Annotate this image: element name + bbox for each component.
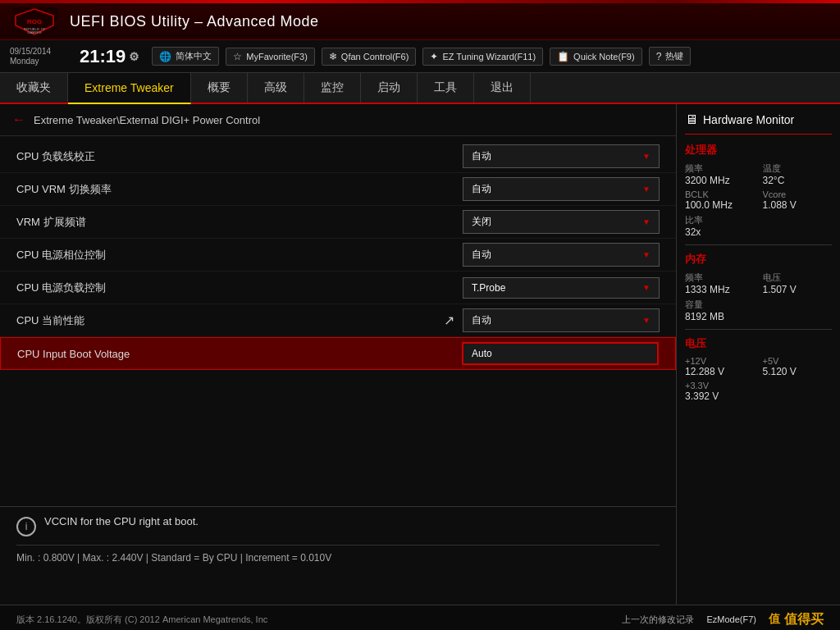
hw-monitor-title: 🖥 Hardware Monitor xyxy=(685,112,832,135)
header-bar: ROG REPUBLIC OF GAMERS UEFI BIOS Utility… xyxy=(0,3,840,40)
info-description: VCCIN for the CPU right at boot. xyxy=(44,515,199,527)
settings-list: CPU 负载线校正 自动 ▼ CPU VRM 切换频率 自动 ▼ xyxy=(0,136,676,506)
dropdown-arrow-1: ▼ xyxy=(642,185,651,194)
tab-advanced[interactable]: 高级 xyxy=(248,73,304,103)
status-bar: 09/15/2014 Monday 21:19 ⚙ 🌐 简体中文 ☆ MyFav… xyxy=(0,40,840,73)
status-items: 🌐 简体中文 ☆ MyFavorite(F3) ❄ Qfan Control(F… xyxy=(152,47,830,66)
tab-boot[interactable]: 启动 xyxy=(361,73,418,103)
proc-bclk: BCLK 100.0 MHz xyxy=(685,189,755,211)
info-icon-row: i VCCIN for the CPU right at boot. xyxy=(16,515,660,536)
back-arrow[interactable]: ← xyxy=(12,112,25,127)
hw-section-memory: 内存 xyxy=(685,252,832,267)
volt-33v: +3.3V 3.392 V xyxy=(685,381,832,402)
cpu-phase-dropdown[interactable]: 自动 ▼ xyxy=(463,243,660,267)
globe-icon: 🌐 xyxy=(159,51,171,62)
brand-area: 值 值得买 xyxy=(769,611,824,628)
language-selector[interactable]: 🌐 简体中文 xyxy=(152,47,219,66)
setting-row-cpu-current-perf: CPU 当前性能 ↗ 自动 ▼ xyxy=(0,304,676,337)
memory-grid: 频率 1333 MHz 电压 1.507 V 容量 8192 MB xyxy=(685,272,832,322)
datetime-area: 09/15/2014 Monday xyxy=(10,47,67,66)
date-display: 09/15/2014 xyxy=(10,47,67,57)
mem-voltage: 电压 1.507 V xyxy=(763,272,833,295)
tab-tools[interactable]: 工具 xyxy=(418,73,474,103)
gear-icon[interactable]: ⚙ xyxy=(129,51,139,62)
time-display: 21:19 ⚙ xyxy=(80,48,139,66)
cpu-phase-control: 自动 ▼ xyxy=(463,243,660,267)
proc-temp: 温度 32°C xyxy=(763,162,833,186)
volt-12v: +12V 12.288 V xyxy=(685,356,755,377)
footer-right: 上一次的修改记录 EzMode(F7) 值 值得买 xyxy=(622,611,824,628)
proc-freq-label: 频率 3200 MHz xyxy=(685,162,755,186)
wand-icon: ✦ xyxy=(430,51,438,62)
processor-grid: 频率 3200 MHz 温度 32°C BCLK 100.0 MHz Vcore… xyxy=(685,162,832,238)
brand-text: 值得买 xyxy=(784,611,824,628)
voltage-grid: +12V 12.288 V +5V 5.120 V +3.3V 3.392 V xyxy=(685,356,832,402)
cpu-input-boot-volt-input[interactable] xyxy=(462,342,659,365)
note-icon: 📋 xyxy=(557,51,569,62)
setting-row-cpu-load-line: CPU 负载线校正 自动 ▼ xyxy=(0,140,676,173)
dropdown-arrow-5: ▼ xyxy=(642,316,651,325)
tab-exit[interactable]: 退出 xyxy=(474,73,531,103)
qfan-btn[interactable]: ❄ Qfan Control(F6) xyxy=(322,48,417,66)
hotkey-btn[interactable]: ? 热键 xyxy=(649,47,692,66)
mem-capacity: 容量 8192 MB xyxy=(685,299,832,322)
mem-freq: 频率 1333 MHz xyxy=(685,272,755,295)
info-area: i VCCIN for the CPU right at boot. Min. … xyxy=(0,506,676,605)
svg-text:GAMERS: GAMERS xyxy=(27,30,42,34)
hw-divider-1 xyxy=(685,244,832,245)
help-icon: ? xyxy=(656,51,662,62)
cpu-power-duty-control: T.Probe ▼ xyxy=(463,277,660,299)
footer: 版本 2.16.1240。版权所有 (C) 2012 American Mega… xyxy=(0,605,840,630)
setting-row-cpu-phase: CPU 电源相位控制 自动 ▼ xyxy=(0,239,676,272)
hw-divider-2 xyxy=(685,329,832,330)
bios-title: UEFI BIOS Utility – Advanced Mode xyxy=(70,13,319,30)
proc-ratio: 比率 32x xyxy=(685,214,832,238)
rog-logo: ROG REPUBLIC OF GAMERS xyxy=(12,7,57,36)
cpu-vrm-freq-dropdown[interactable]: 自动 ▼ xyxy=(463,177,660,201)
tab-extreme-tweaker[interactable]: Extreme Tweaker xyxy=(68,73,191,104)
footer-center: 版本 2.16.1240。版权所有 (C) 2012 American Mega… xyxy=(16,614,267,626)
zhihu-icon: 值 xyxy=(769,612,780,627)
nav-tabs: 收藏夹 Extreme Tweaker 概要 高级 监控 启动 工具 退出 xyxy=(0,73,840,104)
cpu-load-line-dropdown[interactable]: 自动 ▼ xyxy=(463,144,660,168)
hw-section-voltage: 电压 xyxy=(685,336,832,351)
logo-area: ROG REPUBLIC OF GAMERS xyxy=(12,7,57,36)
info-details: Min. : 0.800V | Max. : 2.440V | Standard… xyxy=(16,545,660,564)
vrm-spread-control: 关闭 ▼ xyxy=(463,210,660,234)
svg-text:ROG: ROG xyxy=(27,18,42,25)
dropdown-arrow-0: ▼ xyxy=(642,152,651,161)
setting-row-cpu-vrm-freq: CPU VRM 切换频率 自动 ▼ xyxy=(0,173,676,206)
cpu-current-perf-control: 自动 ▼ xyxy=(463,308,660,332)
ez-tuning-btn[interactable]: ✦ EZ Tuning Wizard(F11) xyxy=(422,48,543,66)
cpu-vrm-freq-control: 自动 ▼ xyxy=(463,177,660,201)
dropdown-arrow-2: ▼ xyxy=(642,217,651,226)
cpu-power-duty-dropdown[interactable]: T.Probe ▼ xyxy=(463,277,660,299)
my-favorite-btn[interactable]: ☆ MyFavorite(F3) xyxy=(226,48,315,66)
volt-5v: +5V 5.120 V xyxy=(763,356,833,377)
cpu-input-boot-volt-control xyxy=(462,342,659,365)
ez-mode-btn[interactable]: EzMode(F7) xyxy=(706,614,756,624)
content-area: ← Extreme Tweaker\External DIGI+ Power C… xyxy=(0,104,676,605)
mouse-cursor-icon: ↗ xyxy=(444,313,454,328)
main-layout: ← Extreme Tweaker\External DIGI+ Power C… xyxy=(0,104,840,605)
setting-row-vrm-spread: VRM 扩展频谱 关闭 ▼ xyxy=(0,206,676,239)
day-display: Monday xyxy=(10,57,67,66)
dropdown-arrow-3: ▼ xyxy=(642,250,651,259)
tab-favorites[interactable]: 收藏夹 xyxy=(4,73,68,103)
info-icon: i xyxy=(16,517,36,536)
hw-monitor-sidebar: 🖥 Hardware Monitor 处理器 频率 3200 MHz 温度 32… xyxy=(676,104,840,605)
star-icon: ☆ xyxy=(233,51,242,62)
dropdown-arrow-4: ▼ xyxy=(642,283,651,292)
tab-monitor[interactable]: 监控 xyxy=(304,73,361,103)
breadcrumb: ← Extreme Tweaker\External DIGI+ Power C… xyxy=(0,104,676,136)
cpu-load-line-control: 自动 ▼ xyxy=(463,144,660,168)
setting-row-cpu-power-duty: CPU 电源负载控制 T.Probe ▼ xyxy=(0,272,676,304)
cpu-current-perf-dropdown[interactable]: 自动 ▼ xyxy=(463,308,660,332)
last-modified-text: 上一次的修改记录 xyxy=(622,614,694,626)
quick-note-btn[interactable]: 📋 Quick Note(F9) xyxy=(550,48,642,66)
fan-icon: ❄ xyxy=(329,51,337,62)
vrm-spread-dropdown[interactable]: 关闭 ▼ xyxy=(463,210,660,234)
hw-section-processor: 处理器 xyxy=(685,143,832,158)
tab-overview[interactable]: 概要 xyxy=(191,73,248,103)
monitor-icon: 🖥 xyxy=(685,112,698,127)
